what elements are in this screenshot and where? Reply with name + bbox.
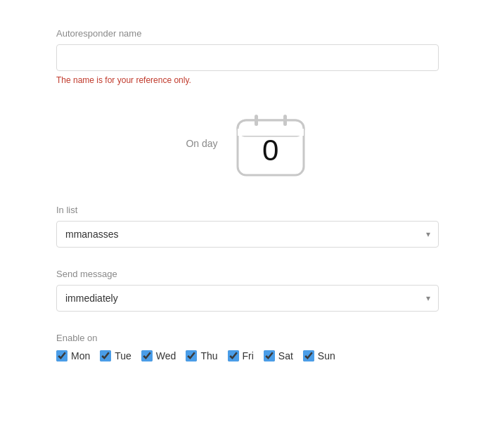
svg-rect-4 [283, 115, 287, 126]
enable-on-label: Enable on [56, 333, 439, 343]
day-item-wed: Wed [141, 350, 176, 361]
in-list-label: In list [56, 205, 439, 215]
on-day-section: On day 0 [56, 106, 439, 180]
in-list-select[interactable]: mmanasses [56, 221, 439, 248]
autoresponder-name-label: Autoresponder name [56, 28, 439, 39]
day-item-sun: Sun [303, 350, 335, 361]
days-row: Mon Tue Wed Thu Fri Sat [56, 350, 439, 361]
day-checkbox-tue[interactable] [100, 350, 111, 361]
in-list-group: In list mmanasses ▾ [56, 205, 439, 248]
day-item-tue: Tue [100, 350, 131, 361]
send-message-group: Send message immediately ▾ [56, 269, 439, 312]
send-message-select[interactable]: immediately [56, 285, 439, 312]
day-checkbox-sun[interactable] [303, 350, 314, 361]
day-label-tue[interactable]: Tue [115, 350, 131, 361]
autoresponder-name-input[interactable] [56, 44, 439, 71]
day-item-mon: Mon [56, 350, 90, 361]
day-item-fri: Fri [228, 350, 254, 361]
calendar-day-number: 0 [262, 133, 278, 167]
day-label-sat[interactable]: Sat [278, 350, 293, 361]
on-day-label: On day [186, 138, 217, 149]
page-container: Autoresponder name The name is for your … [0, 0, 495, 390]
day-label-mon[interactable]: Mon [71, 350, 90, 361]
day-label-thu[interactable]: Thu [200, 350, 217, 361]
day-checkbox-sat[interactable] [264, 350, 275, 361]
send-message-select-wrapper: immediately ▾ [56, 285, 439, 312]
day-checkbox-thu[interactable] [186, 350, 197, 361]
svg-rect-3 [255, 115, 258, 126]
in-list-select-wrapper: mmanasses ▾ [56, 221, 439, 248]
day-label-fri[interactable]: Fri [243, 350, 254, 361]
day-label-sun[interactable]: Sun [318, 350, 335, 361]
autoresponder-name-hint: The name is for your reference only. [56, 75, 439, 85]
day-item-sat: Sat [264, 350, 293, 361]
autoresponder-name-group: Autoresponder name The name is for your … [56, 28, 439, 85]
day-item-thu: Thu [186, 350, 217, 361]
day-label-wed[interactable]: Wed [156, 350, 176, 361]
calendar-widget[interactable]: 0 [232, 106, 309, 180]
send-message-label: Send message [56, 269, 439, 279]
enable-on-section: Enable on Mon Tue Wed Thu Fri [56, 333, 439, 361]
day-checkbox-mon[interactable] [56, 350, 68, 361]
day-checkbox-wed[interactable] [141, 350, 153, 361]
day-checkbox-fri[interactable] [228, 350, 239, 361]
